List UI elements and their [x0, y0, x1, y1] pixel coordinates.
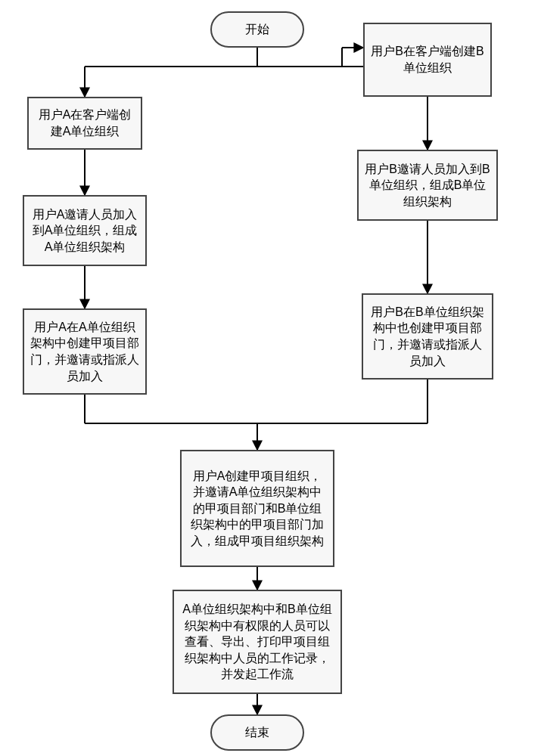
node-merge-label: 用户A创建甲项目组织，并邀请A单位组织架构中的甲项目部门和B单位组织架构中的甲项…	[188, 468, 327, 550]
node-a-create: 用户A在客户端创建A单位组织	[27, 97, 142, 150]
node-a-proj-dept-label: 用户A在A单位组织架构中创建甲项目部门，并邀请或指派人员加入	[30, 319, 139, 384]
flow-start: 开始	[210, 11, 304, 48]
node-a-proj-dept: 用户A在A单位组织架构中创建甲项目部门，并邀请或指派人员加入	[23, 308, 147, 395]
node-a-create-label: 用户A在客户端创建A单位组织	[35, 107, 135, 139]
node-b-create: 用户B在客户端创建B单位组织	[363, 23, 492, 97]
flow-start-label: 开始	[245, 21, 269, 38]
node-a-invite: 用户A邀请人员加入到A单位组织，组成A单位组织架构	[23, 195, 147, 266]
node-b-create-label: 用户B在客户端创建B单位组织	[371, 43, 484, 76]
node-b-proj-dept-label: 用户B在B单位组织架构中也创建甲项目部门，并邀请或指派人员加入	[369, 304, 486, 369]
node-a-invite-label: 用户A邀请人员加入到A单位组织，组成A单位组织架构	[30, 206, 139, 256]
node-b-invite-label: 用户B邀请人员加入到B单位组织，组成B单位组织架构	[365, 161, 490, 210]
node-b-invite: 用户B邀请人员加入到B单位组织，组成B单位组织架构	[357, 150, 498, 221]
node-b-proj-dept: 用户B在B单位组织架构中也创建甲项目部门，并邀请或指派人员加入	[362, 293, 493, 380]
flow-end: 结束	[210, 714, 304, 751]
flow-end-label: 结束	[245, 724, 269, 741]
node-merge: 用户A创建甲项目组织，并邀请A单位组织架构中的甲项目部门和B单位组织架构中的甲项…	[180, 450, 334, 567]
node-result-label: A单位组织架构中和B单位组织架构中有权限的人员可以查看、导出、打印甲项目组织架构…	[180, 601, 334, 683]
node-result: A单位组织架构中和B单位组织架构中有权限的人员可以查看、导出、打印甲项目组织架构…	[173, 590, 342, 694]
